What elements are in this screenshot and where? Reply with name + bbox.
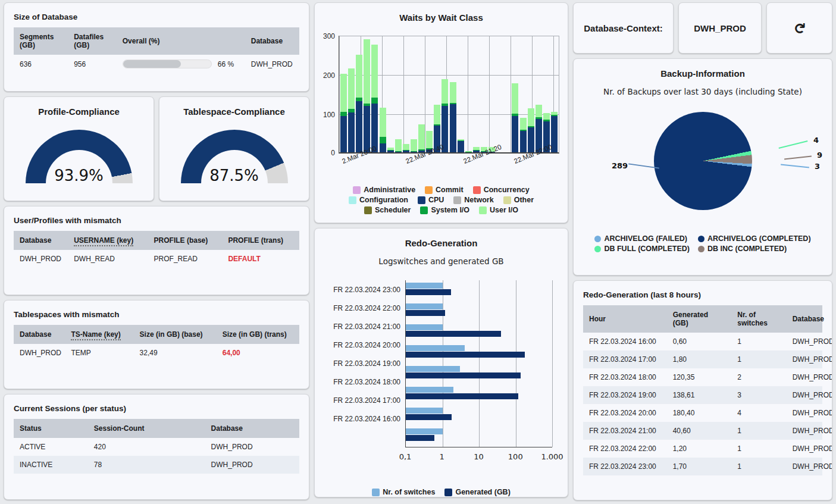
legend-label: Other [514, 196, 534, 204]
stacked-bar [380, 36, 386, 152]
database-context-value: DWH_PROD [694, 23, 746, 33]
legend-swatch-icon [594, 236, 601, 242]
panel-title: Tablespace-Compliance [159, 97, 309, 117]
category-label: FR 22.03.2024 20:00 [323, 336, 400, 354]
bar-pair-row [406, 408, 552, 426]
refresh-button[interactable]: ↻ [766, 2, 832, 54]
panel-current-sessions: Current Sessions (per status) StatusSess… [4, 394, 309, 500]
legend-swatch-icon [420, 206, 428, 214]
legend-item[interactable]: Other [503, 196, 534, 204]
table-cell: DWH_PROD [787, 404, 822, 422]
table-header-row: StatusSession-CountDatabase [14, 419, 299, 438]
table-cell: FR 22.03.2024 19:00 [583, 386, 667, 404]
table-cell: 1 [731, 422, 786, 440]
legend-label: DB INC (COMPLETED) [707, 245, 787, 253]
stacked-bar [512, 36, 518, 152]
database-context-value-card[interactable]: DWH_PROD [678, 2, 762, 54]
table-cell: 1,70 [667, 458, 732, 475]
pie [654, 112, 752, 210]
legend-item[interactable]: Concurrency [473, 186, 530, 194]
legend-label: ARCHIVELOG (COMPLETED) [707, 234, 811, 243]
backup-pie-chart: 289 4 9 3 [574, 100, 832, 226]
table-cell: 138,61 [667, 386, 732, 404]
column-header: USERNAME (key) [68, 231, 148, 250]
column-header: Database [245, 27, 299, 55]
stacked-bar [387, 36, 394, 152]
stacked-bar [450, 36, 456, 152]
legend-item[interactable]: Commit [425, 186, 464, 194]
pie-value-label: 3 [815, 162, 820, 171]
leader-line [779, 140, 808, 149]
database-cell: DWH_PROD [245, 55, 299, 73]
table-cell: 1 [731, 440, 786, 458]
legend-item[interactable]: CPU [418, 196, 444, 204]
right-column: Database-Context: DWH_PROD ↻ Backup-Info… [573, 2, 832, 504]
table-row: FR 22.03.2024 19:00138,613DWH_PROD [583, 386, 822, 404]
table-cell: 420 [88, 438, 205, 456]
table-cell: 3 [731, 386, 786, 404]
stacked-bar [473, 36, 480, 152]
leader-line [784, 156, 812, 160]
table-header-row: DatabaseUSERNAME (key)PROFILE (base)PROF… [14, 231, 299, 250]
switches-bar [406, 387, 453, 393]
overall-progressbar-fill [123, 60, 181, 68]
legend-label: Commit [436, 186, 464, 194]
legend-item[interactable]: DB INC (COMPLETED) [698, 245, 811, 253]
column-header: Database [14, 231, 68, 250]
overall-label: 66 % [218, 60, 234, 68]
table-row: DWH_PRODTEMP32,4964,00 [14, 344, 299, 362]
legend-item[interactable]: DB FULL (COMPLETED) [594, 245, 690, 253]
table-cell: FR 22.03.2024 20:00 [583, 404, 667, 422]
stacked-bar [489, 36, 495, 152]
table-cell: DWH_PROD [787, 440, 822, 458]
stacked-bar [364, 36, 370, 152]
column-header: Status [14, 419, 88, 438]
legend-item[interactable]: Network [453, 196, 493, 204]
chart-title: Backup-Information [574, 59, 832, 79]
panel-redo-generation-table: Redo-Generation (last 8 hours) HourGener… [573, 280, 832, 500]
legend-item[interactable]: Nr. of switches [372, 488, 435, 496]
legend-swatch-icon [453, 196, 461, 204]
legend-item[interactable]: User I/O [479, 206, 518, 214]
waits-chart: 300 200 100 0 [321, 36, 559, 154]
legend-item[interactable]: Configuration [349, 196, 408, 204]
column-header: Segments (GB) [14, 27, 68, 55]
legend-item[interactable]: ARCHIVELOG (COMPLETED) [698, 234, 811, 243]
legend-item[interactable]: Scheduler [364, 206, 411, 214]
legend-swatch-icon [418, 196, 425, 204]
table-row: DWH_PRODDWH_READPROF_READDEFAULT [14, 250, 299, 268]
legend-label: Scheduler [375, 206, 411, 214]
bar-gap [496, 36, 503, 152]
backup-legend: ARCHIVELOG (FAILED)ARCHIVELOG (COMPLETED… [588, 234, 818, 253]
stacked-bar [536, 36, 542, 152]
context-row: Database-Context: DWH_PROD ↻ [573, 2, 832, 54]
legend-swatch-icon [503, 196, 511, 204]
legend-item[interactable]: System I/O [420, 206, 469, 214]
column-header: Hour [583, 305, 667, 333]
x-tick: 1.000 [541, 452, 563, 461]
chart-subtitle: Logswitches and generated GB [315, 256, 568, 266]
panel-title: Tablespaces with mismatch [4, 300, 309, 325]
table-cell: TEMP [65, 344, 133, 362]
table-row: ACTIVE420DWH_PROD [14, 438, 299, 456]
table-header-row: Segments (GB)Datafiles (GB)Overall (%)Da… [14, 27, 299, 55]
legend-item[interactable]: Administrative [353, 186, 415, 194]
column-header: Overall (%) [117, 27, 245, 55]
panel-backup-information: Backup-Information Nr. of Backups over l… [573, 58, 832, 276]
table-cell: DWH_PROD [787, 333, 822, 350]
redo-plot-area [405, 280, 552, 447]
legend-item[interactable]: ARCHIVELOG (FAILED) [594, 234, 690, 243]
stacked-bar [465, 36, 472, 152]
sessions-table: StatusSession-CountDatabase ACTIVE420DWH… [14, 419, 299, 474]
generated-bar [406, 310, 445, 316]
table-cell: DEFAULT [222, 250, 299, 268]
panel-waits-by-wait-class: Waits by Wait Class 300 200 100 0 2.Mar … [314, 2, 568, 223]
table-cell: 40,60 [667, 422, 732, 440]
bar-pair-row [406, 345, 552, 364]
table-cell: 4 [731, 404, 786, 422]
stacked-bar [426, 36, 433, 152]
pie-value-label: 9 [817, 151, 822, 159]
legend-item[interactable]: Generated (GB) [444, 488, 510, 496]
left-column: Size of Database Segments (GB)Datafiles … [4, 2, 309, 504]
legend-swatch-icon [698, 236, 705, 242]
